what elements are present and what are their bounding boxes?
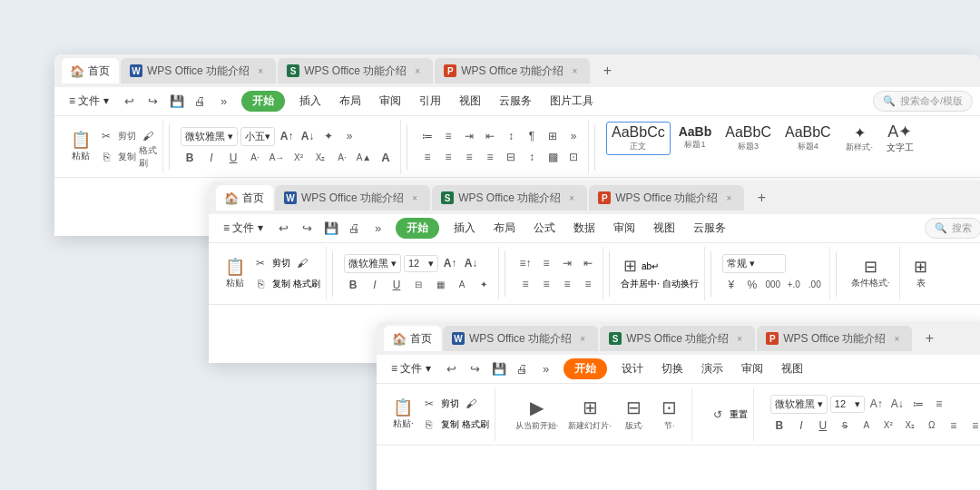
tab-spreadsheet-win1[interactable]: S WPS Office 功能介绍 × — [278, 58, 433, 83]
tab-home-win3[interactable]: 🏠 首页 — [384, 326, 441, 351]
print-win2[interactable]: 🖨 — [345, 219, 365, 239]
tab-ppt-win2[interactable]: P WPS Office 功能介绍 × — [589, 185, 744, 211]
border-win1[interactable]: ⊡ — [564, 148, 583, 166]
line-spacing-win1[interactable]: ↕ — [523, 148, 541, 166]
font-size-up-win2[interactable]: A↑ — [441, 254, 459, 272]
start-btn-win1[interactable]: 开始 — [241, 91, 285, 112]
font-color-btn-win1[interactable]: A· — [333, 149, 351, 167]
font-size-up-win1[interactable]: A↑ — [278, 127, 296, 145]
strikethrough-btn-win1[interactable]: A· — [246, 149, 264, 167]
sort-win1[interactable]: ↕ — [502, 127, 520, 145]
copy-icon-win1[interactable]: ⎘ — [97, 148, 115, 166]
align-center-win2[interactable]: ≡ — [537, 275, 555, 293]
insert-menu-win1[interactable]: 插入 — [292, 91, 328, 112]
font-selector-win2[interactable]: 微软雅黑 ▾ — [344, 254, 401, 273]
cut-icon-win2[interactable]: ✂ — [251, 254, 270, 272]
data-menu-win2[interactable]: 数据 — [566, 218, 603, 239]
new-tab-win1[interactable]: + — [595, 59, 619, 83]
tab-close-ppt-win3[interactable]: × — [890, 332, 903, 345]
table-btn-win2[interactable]: ⊞ 表 — [907, 257, 935, 291]
align-left-win2[interactable]: ≡ — [516, 275, 534, 293]
file-menu-win1[interactable]: ≡ 文件 ▾ — [62, 91, 116, 112]
outdent-win2[interactable]: ⇤ — [579, 254, 597, 272]
search-box-win2[interactable]: 🔍 搜索 — [925, 218, 980, 239]
shading-win1[interactable]: ▩ — [544, 148, 562, 166]
italic-btn-win2[interactable]: I — [366, 276, 384, 294]
indent-win1[interactable]: ⇥ — [460, 127, 478, 145]
size-selector-win1[interactable]: 小五 ▾ — [240, 127, 275, 146]
save-win2[interactable]: 💾 — [321, 219, 341, 239]
strikethrough-btn-win3[interactable]: S̶ — [836, 416, 854, 435]
undo-win1[interactable]: ↩ — [120, 92, 140, 112]
char-spacing-btn-win3[interactable]: Ω — [923, 416, 941, 435]
align-left-win3[interactable]: ≡ — [945, 416, 963, 435]
redo-win3[interactable]: ↪ — [466, 359, 485, 379]
align-left-win1[interactable]: ≡ — [418, 148, 436, 166]
style-h4-win1[interactable]: AaBbC 标题4 — [779, 122, 837, 155]
font-color-btn-win2[interactable]: A — [453, 276, 471, 294]
tab-writer-win1[interactable]: W WPS Office 功能介绍 × — [121, 58, 276, 83]
design-menu-win3[interactable]: 设计 — [614, 358, 651, 379]
transition-menu-win3[interactable]: 切换 — [654, 358, 691, 379]
more-tools-win3[interactable]: » — [536, 359, 556, 379]
new-tab-win2[interactable]: + — [750, 186, 773, 210]
para-more-win1[interactable]: » — [564, 127, 583, 145]
thousands-win2[interactable]: 000 — [764, 276, 782, 294]
layout-menu-win2[interactable]: 布局 — [486, 218, 523, 239]
align-top-win2[interactable]: ≡↑ — [516, 254, 534, 272]
align-right-win2[interactable]: ≡ — [558, 275, 576, 293]
cut-icon-win1[interactable]: ✂ — [97, 127, 115, 145]
font-selector-win1[interactable]: 微软雅黑 ▾ — [181, 127, 238, 146]
tab-close-spreadsheet-win1[interactable]: × — [411, 64, 424, 77]
paste-btn-win3[interactable]: 📋 粘贴· — [389, 397, 417, 432]
section-btn-win3[interactable]: ⊡ 节· — [653, 395, 686, 434]
superscript-btn-win3[interactable]: X² — [879, 416, 897, 435]
subscript-btn-win1[interactable]: X₂ — [311, 149, 329, 167]
clear-btn-win2[interactable]: ✦ — [475, 276, 493, 294]
char-shading-btn-win1[interactable]: A▲ — [355, 149, 373, 167]
format-painter-icon-win1[interactable]: 🖌 — [139, 127, 157, 145]
table-win1[interactable]: ⊟ — [502, 148, 520, 166]
tab-spreadsheet-win2[interactable]: S WPS Office 功能介绍 × — [432, 185, 587, 211]
list-number-win3[interactable]: ≡ — [930, 395, 948, 413]
layout-btn-win3[interactable]: ⊟ 版式· — [618, 395, 651, 434]
format-painter-icon-win2[interactable]: 🖌 — [293, 254, 311, 272]
layout-menu-win1[interactable]: 布局 — [332, 91, 368, 112]
paste-btn-win1[interactable]: 📋 粘贴 — [67, 130, 94, 164]
tab-close-writer-win2[interactable]: × — [408, 191, 421, 204]
paste-btn-win2[interactable]: 📋 粘贴 — [221, 257, 249, 291]
play-btn-win3[interactable]: ▶ 从当前开始· — [512, 395, 563, 434]
italic-btn-win1[interactable]: I — [202, 149, 220, 167]
tab-close-writer-win3[interactable]: × — [576, 332, 589, 345]
save-win3[interactable]: 💾 — [489, 359, 509, 379]
font-size-up-win3[interactable]: A↑ — [867, 395, 886, 413]
review-menu-win2[interactable]: 审阅 — [606, 218, 642, 239]
size-selector-win2[interactable]: 12 ▾ — [404, 255, 438, 272]
align-middle-win2[interactable]: ≡ — [537, 254, 555, 272]
indent-win2[interactable]: ⇥ — [558, 254, 576, 272]
cut-icon-win3[interactable]: ✂ — [420, 395, 438, 413]
start-btn-win2[interactable]: 开始 — [396, 218, 439, 239]
present-menu-win3[interactable]: 演示 — [694, 358, 730, 379]
view-menu-win1[interactable]: 视图 — [452, 91, 488, 112]
align-right-win1[interactable]: ≡ — [460, 148, 478, 166]
redo-win1[interactable]: ↪ — [143, 92, 163, 112]
decrease-decimal-win2[interactable]: .00 — [806, 276, 824, 294]
currency-win2[interactable]: ¥ — [722, 276, 740, 294]
print-win3[interactable]: 🖨 — [513, 359, 533, 379]
font-size-down-win1[interactable]: A↓ — [299, 127, 317, 145]
search-box-win1[interactable]: 🔍 搜索命令/模版 — [873, 91, 973, 112]
cloud-menu-win1[interactable]: 云服务 — [492, 91, 539, 112]
imgtools-menu-win1[interactable]: 图片工具 — [543, 91, 601, 112]
undo-win3[interactable]: ↩ — [442, 359, 462, 379]
list-bullet-win3[interactable]: ≔ — [909, 395, 927, 413]
merge-icon-win2[interactable]: ⊞ — [621, 257, 639, 275]
more-tools-win1[interactable]: » — [214, 92, 234, 112]
new-tab-win3[interactable]: + — [917, 327, 941, 350]
font-size-down-win3[interactable]: A↓ — [888, 395, 906, 413]
font-color-btn-win3[interactable]: A — [858, 416, 876, 435]
view-menu-win2[interactable]: 视图 — [646, 218, 682, 239]
undo-win2[interactable]: ↩ — [274, 219, 294, 239]
font-size-down-win2[interactable]: A↓ — [462, 254, 480, 272]
cloud-menu-win2[interactable]: 云服务 — [686, 218, 733, 239]
